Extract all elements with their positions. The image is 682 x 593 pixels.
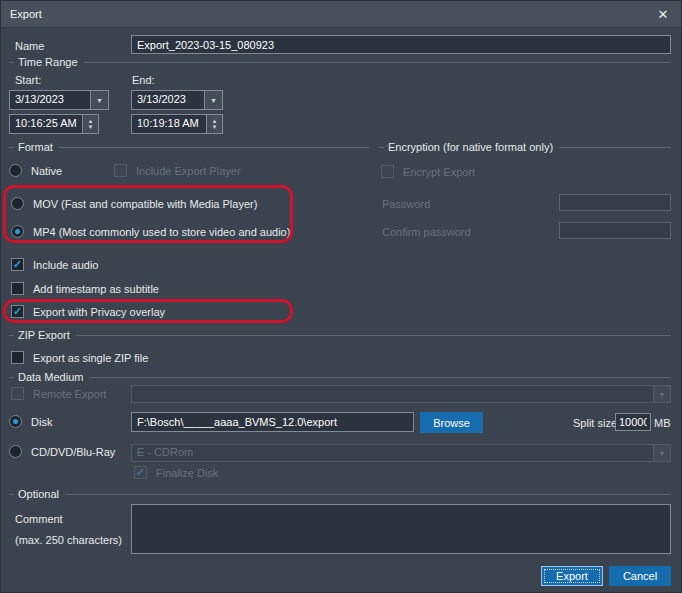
dialog-title: Export <box>10 8 42 20</box>
confirm-password-label: Confirm password <box>382 226 471 238</box>
finalize-disk-label: Finalize Disk <box>156 467 218 479</box>
encrypt-export-label: Encrypt Export <box>403 166 475 178</box>
end-label: End: <box>132 74 155 86</box>
privacy-overlay-checkbox[interactable] <box>11 305 24 318</box>
start-time-spinner[interactable]: ▲▼ <box>82 115 98 133</box>
mp4-label: MP4 (Most commonly used to store video a… <box>33 226 290 238</box>
include-audio-row[interactable]: Include audio <box>11 258 98 271</box>
end-time-spinner[interactable]: ▲▼ <box>206 115 222 133</box>
comment-hint: (max. 250 characters) <box>15 534 122 546</box>
include-export-player-row: Include Export Player <box>114 164 241 177</box>
start-date-picker[interactable]: 3/13/2023 ▼ <box>9 90 109 110</box>
single-zip-label: Export as single ZIP file <box>33 352 148 364</box>
browse-button[interactable]: Browse <box>420 412 483 433</box>
start-date-dropdown-icon[interactable]: ▼ <box>90 91 108 109</box>
comment-textarea[interactable] <box>131 504 671 554</box>
end-time-picker[interactable]: 10:19:18 AM ▲▼ <box>131 114 223 134</box>
close-icon[interactable]: ✕ <box>654 6 672 24</box>
end-date-value: 3/13/2023 <box>132 91 204 109</box>
remote-export-label: Remote Export <box>33 388 106 400</box>
add-timestamp-label: Add timestamp as subtitle <box>33 283 159 295</box>
end-date-picker[interactable]: 3/13/2023 ▼ <box>131 90 223 110</box>
confirm-password-input <box>559 222 671 239</box>
export-button[interactable]: Export <box>541 566 603 586</box>
export-dialog: Export ✕ Name Time Range Start: End: 3/1… <box>0 0 682 593</box>
title-bar: Export ✕ <box>1 1 682 28</box>
start-time-value: 10:16:25 AM <box>10 115 82 133</box>
include-export-player-checkbox <box>114 164 127 177</box>
section-format: Format <box>9 141 369 153</box>
section-optional: Optional <box>9 488 671 500</box>
password-label: Password <box>382 198 430 210</box>
remote-export-row: Remote Export <box>11 387 106 400</box>
section-optional-label: Optional <box>18 488 59 500</box>
export-button-label: Export <box>556 570 588 582</box>
add-timestamp-checkbox[interactable] <box>11 282 24 295</box>
mov-label: MOV (Fast and compatible with Media Play… <box>33 198 257 210</box>
end-time-value: 10:19:18 AM <box>132 115 206 133</box>
mp4-radio[interactable] <box>11 225 24 238</box>
disk-radio-row[interactable]: Disk <box>9 415 52 428</box>
start-date-value: 3/13/2023 <box>10 91 90 109</box>
cd-drive-dropdown: E - CDRom ▼ <box>131 444 671 462</box>
spin-down-icon[interactable]: ▼ <box>212 124 218 130</box>
section-format-label: Format <box>18 141 53 153</box>
name-input[interactable] <box>131 35 671 54</box>
cd-radio-row[interactable]: CD/DVD/Blu-Ray <box>9 445 115 458</box>
cancel-button-label: Cancel <box>623 570 657 582</box>
disk-path-input[interactable] <box>131 412 414 432</box>
cd-drive-dropdown-icon: ▼ <box>653 445 670 461</box>
cd-label: CD/DVD/Blu-Ray <box>31 446 115 458</box>
single-zip-row[interactable]: Export as single ZIP file <box>11 351 148 364</box>
include-audio-checkbox[interactable] <box>11 258 24 271</box>
finalize-disk-row: Finalize Disk <box>134 466 218 479</box>
cd-drive-value: E - CDRom <box>132 445 653 461</box>
add-timestamp-row[interactable]: Add timestamp as subtitle <box>11 282 159 295</box>
browse-button-label: Browse <box>433 417 470 429</box>
section-zip-export: ZIP Export <box>9 329 671 341</box>
finalize-disk-checkbox <box>134 466 147 479</box>
name-label: Name <box>15 40 44 52</box>
end-date-dropdown-icon[interactable]: ▼ <box>204 91 222 109</box>
remote-export-checkbox <box>11 387 24 400</box>
privacy-overlay-label: Export with Privacy overlay <box>33 306 165 318</box>
section-time-range: Time Range <box>9 56 671 68</box>
split-size-label: Split size <box>573 417 617 429</box>
remote-export-value <box>132 386 653 402</box>
privacy-overlay-row[interactable]: Export with Privacy overlay <box>11 305 165 318</box>
comment-label: Comment <box>15 513 63 525</box>
native-radio-row[interactable]: Native <box>9 164 62 177</box>
split-size-unit: MB <box>654 417 671 429</box>
cd-radio[interactable] <box>9 445 22 458</box>
start-time-picker[interactable]: 10:16:25 AM ▲▼ <box>9 114 99 134</box>
cancel-button[interactable]: Cancel <box>609 566 671 586</box>
mov-radio[interactable] <box>11 197 24 210</box>
section-encryption: Encryption (for native format only) <box>379 141 671 153</box>
section-time-range-label: Time Range <box>18 56 78 68</box>
disk-label: Disk <box>31 416 52 428</box>
mov-radio-row[interactable]: MOV (Fast and compatible with Media Play… <box>11 197 257 210</box>
start-label: Start: <box>15 74 41 86</box>
include-export-player-label: Include Export Player <box>136 165 241 177</box>
encrypt-export-row: Encrypt Export <box>381 165 475 178</box>
split-size-input[interactable] <box>615 413 651 431</box>
encrypt-export-checkbox <box>381 165 394 178</box>
mp4-radio-row[interactable]: MP4 (Most commonly used to store video a… <box>11 225 290 238</box>
native-radio[interactable] <box>9 164 22 177</box>
disk-radio[interactable] <box>9 415 22 428</box>
password-input <box>559 194 671 211</box>
spin-down-icon[interactable]: ▼ <box>88 124 94 130</box>
remote-export-dropdown: ▼ <box>131 385 671 403</box>
single-zip-checkbox[interactable] <box>11 351 24 364</box>
section-data-medium-label: Data Medium <box>18 371 83 383</box>
native-label: Native <box>31 165 62 177</box>
remote-export-dropdown-icon: ▼ <box>653 386 670 402</box>
section-data-medium: Data Medium <box>9 371 671 383</box>
section-zip-export-label: ZIP Export <box>18 329 70 341</box>
section-encryption-label: Encryption (for native format only) <box>388 141 553 153</box>
include-audio-label: Include audio <box>33 259 98 271</box>
